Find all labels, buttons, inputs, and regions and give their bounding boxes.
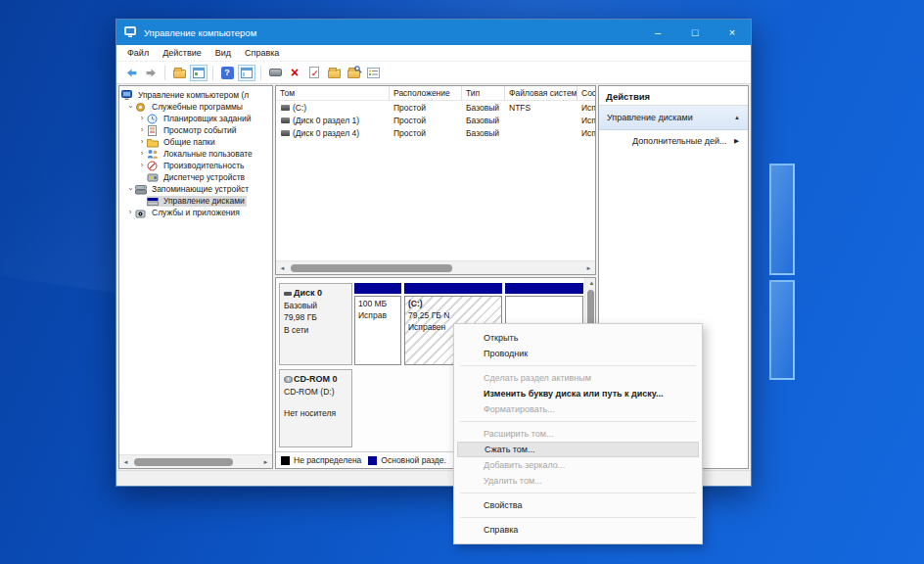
forward-icon[interactable] xyxy=(142,65,160,81)
services-icon xyxy=(135,208,147,218)
context-menu-delete-volume: Удалить том... xyxy=(454,473,702,489)
column-header-filesystem[interactable]: Файловая система xyxy=(505,86,578,100)
back-icon[interactable] xyxy=(122,65,140,81)
partition1-header-bar xyxy=(354,283,401,294)
windows-logo-pane-bottom xyxy=(769,280,795,380)
volume-row-c[interactable]: (C:) Простой Базовый NTFS Испр xyxy=(276,101,595,114)
volume-list-panel: Том Расположение Тип Файловая система Со… xyxy=(275,85,596,275)
desktop: Управление компьютером – □ × Файл Действ… xyxy=(0,0,924,564)
volume-icon xyxy=(281,130,290,136)
context-menu-open[interactable]: Открыть xyxy=(454,330,702,346)
actions-more-actions[interactable]: Дополнительные дей... ▶ xyxy=(599,130,748,152)
volume-list-header: Том Расположение Тип Файловая система Со… xyxy=(276,86,595,101)
context-menu-extend-volume: Расширить том... xyxy=(454,426,702,442)
disk-icon xyxy=(284,292,292,296)
collapse-arrow-icon[interactable]: ▲ xyxy=(734,115,740,120)
legend-primary-partition-label: Основной разде. xyxy=(381,455,445,465)
tree-item-performance[interactable]: › Производительность xyxy=(119,160,272,171)
volume-row-partition4[interactable]: (Диск 0 раздел 4) Простой Базовый Испр xyxy=(276,126,595,139)
minimize-button[interactable]: – xyxy=(639,20,676,45)
menu-help[interactable]: Справка xyxy=(238,48,286,58)
disk-icon[interactable] xyxy=(266,65,284,81)
export-folder-icon[interactable] xyxy=(170,65,188,81)
menu-view[interactable]: Вид xyxy=(208,48,238,58)
tree-item-shared-folders[interactable]: › Общие папки xyxy=(119,136,272,148)
tree-item-task-scheduler[interactable]: › Планировщик заданий xyxy=(119,113,272,124)
menu-separator xyxy=(460,493,696,494)
disk-management-icon xyxy=(147,196,159,207)
tools-icon xyxy=(135,102,147,113)
context-menu-explorer[interactable]: Проводник xyxy=(454,346,702,361)
column-header-volume[interactable]: Том xyxy=(276,86,390,100)
folder-search-icon[interactable] xyxy=(345,65,362,81)
tree-item-device-manager[interactable]: › Диспетчер устройств xyxy=(119,171,272,183)
chevron-collapsed-icon[interactable]: › xyxy=(125,209,135,216)
close-button[interactable]: × xyxy=(714,20,751,45)
menu-file[interactable]: Файл xyxy=(120,48,156,58)
shared-folders-icon xyxy=(147,137,159,148)
computer-icon xyxy=(121,90,133,101)
toolbar-separator xyxy=(212,66,213,80)
event-viewer-icon xyxy=(147,125,159,136)
cdrom-icon xyxy=(284,376,293,383)
toolbar: ? × ✓ ↑ xyxy=(116,62,751,84)
tree-item-computer-management-root[interactable]: Управление компьютером (л xyxy=(119,89,272,101)
column-header-status[interactable]: Сост xyxy=(578,86,595,100)
context-menu-help[interactable]: Справка xyxy=(454,522,702,538)
maximize-button[interactable]: □ xyxy=(676,20,714,45)
context-menu-shrink-volume[interactable]: Сжать том... xyxy=(457,442,699,457)
properties-icon[interactable] xyxy=(364,65,382,81)
show-console-window-icon[interactable] xyxy=(190,65,208,81)
tree-item-system-tools[interactable]: › Служебные программы xyxy=(119,101,272,113)
titlebar[interactable]: Управление компьютером – □ × xyxy=(116,20,751,45)
scroll-right-icon[interactable]: ► xyxy=(259,459,272,465)
chevron-collapsed-icon[interactable]: › xyxy=(137,115,147,122)
chevron-collapsed-icon[interactable]: › xyxy=(137,138,147,146)
toolbar-separator xyxy=(260,66,261,80)
submenu-arrow-icon: ▶ xyxy=(734,137,739,145)
context-menu-change-drive-letter[interactable]: Изменить букву диска или путь к диску... xyxy=(454,386,702,401)
check-document-icon[interactable]: ✓ xyxy=(305,65,323,81)
tree-horizontal-scrollbar[interactable]: ◄ ► xyxy=(119,454,272,468)
help-icon[interactable]: ? xyxy=(218,65,236,81)
menu-separator xyxy=(460,365,696,366)
tree-item-storage[interactable]: › Запоминающие устройст xyxy=(119,183,272,195)
partition3-header-bar xyxy=(505,283,583,294)
partition1-box[interactable]: 100 МБ Исправ xyxy=(354,296,401,365)
folder-up-icon[interactable]: ↑ xyxy=(325,65,343,81)
tree-item-disk-management[interactable]: › Управление дисками xyxy=(119,195,272,207)
disk0-label-box[interactable]: Диск 0 Базовый 79,98 ГБ В сети xyxy=(279,283,352,365)
tree-item-event-viewer[interactable]: › Просмотр событий xyxy=(119,124,272,136)
task-scheduler-icon xyxy=(147,114,159,124)
context-menu-mark-partition-active: Сделать раздел активным xyxy=(454,370,702,386)
scroll-left-icon[interactable]: ◄ xyxy=(276,265,289,271)
column-header-type[interactable]: Тип xyxy=(462,86,505,100)
tree-item-services-applications[interactable]: › Службы и приложения xyxy=(119,207,272,218)
chevron-collapsed-icon[interactable]: › xyxy=(137,162,147,169)
chevron-collapsed-icon[interactable]: › xyxy=(137,150,147,158)
volume-list-horizontal-scrollbar[interactable]: ◄ ► xyxy=(276,260,595,274)
toolbar-separator xyxy=(164,66,165,80)
context-menu-properties[interactable]: Свойства xyxy=(454,497,702,513)
scroll-left-icon[interactable]: ◄ xyxy=(119,459,132,465)
device-manager-icon xyxy=(147,172,159,183)
chevron-collapsed-icon[interactable]: › xyxy=(137,126,147,134)
actions-group-disk-management[interactable]: Управление дисками ▲ xyxy=(599,106,748,130)
scroll-up-icon[interactable]: ▲ xyxy=(585,280,596,286)
show-console-tree-icon[interactable] xyxy=(238,65,255,81)
actions-header: Действия xyxy=(599,86,748,106)
disk0-size: 79,98 ГБ xyxy=(284,311,347,323)
local-users-icon xyxy=(147,149,159,160)
menu-action[interactable]: Действие xyxy=(156,48,208,58)
chevron-expanded-icon[interactable]: › xyxy=(126,102,134,112)
volume-icon xyxy=(281,118,290,123)
volume-row-partition1[interactable]: (Диск 0 раздел 1) Простой Базовый Испр xyxy=(276,114,595,126)
delete-icon[interactable]: × xyxy=(286,65,303,81)
partition-c-header-bar xyxy=(404,283,502,294)
cdrom-label-box[interactable]: CD-ROM 0 CD-ROM (D:) Нет носителя xyxy=(279,369,352,447)
column-header-layout[interactable]: Расположение xyxy=(390,86,462,100)
tree-item-local-users-groups[interactable]: › Локальные пользовате xyxy=(119,148,272,160)
scroll-right-icon[interactable]: ► xyxy=(582,265,595,271)
chevron-expanded-icon[interactable]: › xyxy=(126,184,134,194)
computer-management-app-icon xyxy=(124,26,138,38)
